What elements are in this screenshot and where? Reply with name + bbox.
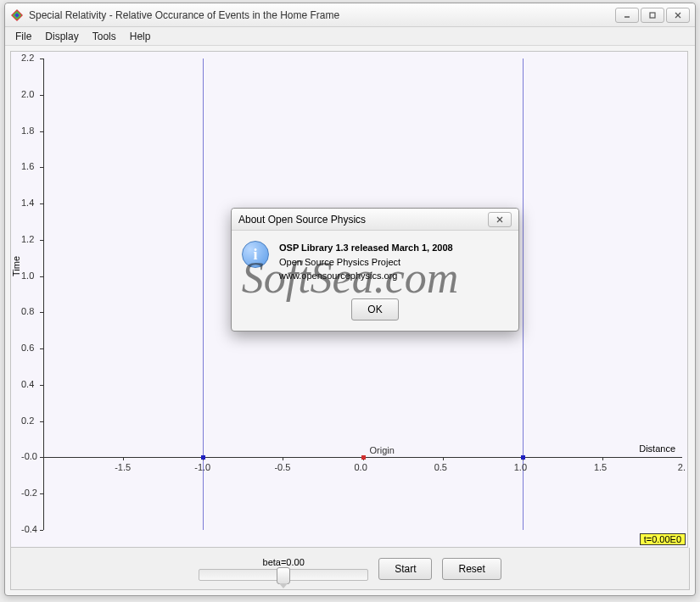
beta-slider-group: beta=0.00 [199,557,368,581]
data-point [361,455,366,460]
data-point [201,455,205,460]
window-title: Special Relativity - Relative Occurance … [29,9,615,21]
y-tick-label: -0.0 [21,451,37,461]
control-panel: beta=0.00 Start Reset [10,548,690,590]
y-tick-label: 1.4 [21,198,34,208]
dialog-footer: OK [232,293,518,331]
y-tick-label: 0.4 [21,379,34,389]
y-tick-label: 1.8 [21,125,34,136]
y-tick-label: 0.8 [21,306,34,316]
x-tick-label: 1.0 [514,462,527,472]
window-controls [615,8,690,23]
y-tick-label: -0.2 [21,488,37,498]
beta-label: beta=0.00 [263,557,305,567]
x-tick-label: 0.5 [434,462,447,472]
info-icon: i [242,241,269,268]
menubar: File Display Tools Help [5,27,695,46]
y-tick-label: 0.6 [21,343,34,353]
menu-tools[interactable]: Tools [86,29,123,44]
app-icon [10,8,24,22]
x-tick-label: 0.0 [355,462,367,472]
titlebar[interactable]: Special Relativity - Relative Occurance … [5,3,695,27]
y-axis [43,59,44,530]
beta-slider-thumb[interactable] [277,567,290,584]
dialog-ok-button[interactable]: OK [351,298,398,321]
dialog-text: OSP Library 1.3 released March 1, 2008 O… [279,241,453,283]
menu-help[interactable]: Help [123,29,158,44]
menu-file[interactable]: File [8,29,38,44]
dialog-line1: OSP Library 1.3 released March 1, 2008 [279,241,453,255]
dialog-line2: Open Source Physics Project [279,255,453,270]
y-tick-label: 0.2 [21,415,34,426]
minimize-button[interactable] [615,8,639,23]
svg-rect-4 [650,13,655,18]
point-label: Origin [370,445,395,455]
y-tick-label: 1.0 [21,270,34,281]
x-tick-label: -1.0 [194,462,210,472]
time-badge: t=0.00E0 [640,533,686,545]
menu-display[interactable]: Display [38,29,85,44]
dialog-body: i OSP Library 1.3 released March 1, 2008… [232,231,518,293]
x-tick-label: -1.5 [115,462,131,472]
y-axis-label: Time [11,256,21,276]
y-tick-label: 2.2 [21,53,34,63]
start-button[interactable]: Start [378,558,432,580]
y-tick-label: 2.0 [21,89,34,99]
y-tick-label: -0.4 [21,524,37,534]
dialog-titlebar[interactable]: About Open Source Physics [232,209,518,231]
close-button[interactable] [666,8,690,23]
about-dialog: About Open Source Physics i OSP Library … [231,208,519,332]
beta-slider[interactable] [199,569,368,581]
reset-button[interactable]: Reset [442,558,501,580]
x-tick-label: 2. [678,462,686,472]
dialog-line3: www.opensourcephysics.org [279,269,453,283]
x-tick-label: -0.5 [274,462,290,472]
x-axis-label: Distance [639,443,675,454]
x-tick-label: 1.5 [594,462,607,472]
dialog-close-button[interactable] [488,212,512,227]
data-point [521,455,525,460]
maximize-button[interactable] [641,8,664,23]
y-tick-label: 1.6 [21,161,34,171]
y-tick-label: 1.2 [21,234,34,244]
dialog-title-text: About Open Source Physics [238,214,488,226]
